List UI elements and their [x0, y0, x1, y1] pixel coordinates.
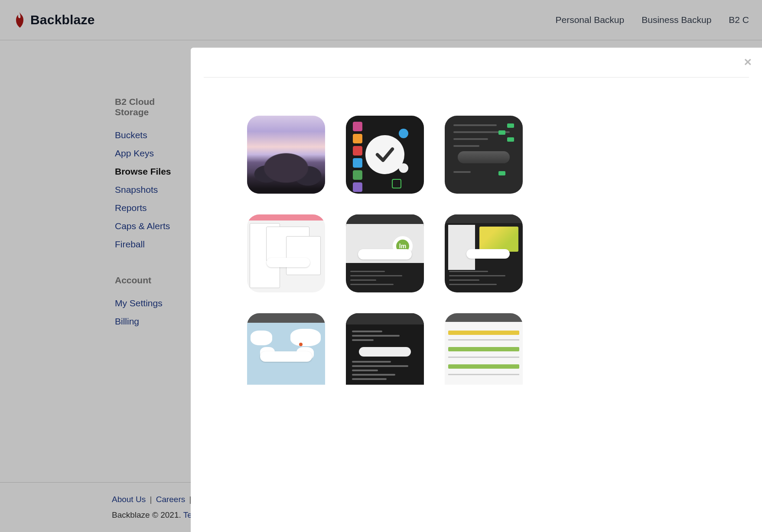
thumb-dark-code[interactable]: [346, 313, 424, 385]
thumb-light-report[interactable]: [445, 313, 523, 385]
close-icon[interactable]: ×: [744, 55, 752, 68]
thumb-photo-panel[interactable]: [445, 214, 523, 292]
thumbnail-grid: lm: [204, 78, 749, 385]
thumb-terminal-lm[interactable]: lm: [346, 214, 424, 292]
thumb-settings-check[interactable]: [346, 116, 424, 194]
thumb-world-map[interactable]: [247, 313, 325, 385]
thumb-dark-form[interactable]: [445, 116, 523, 194]
thumb-mountain-photo[interactable]: [247, 116, 325, 194]
file-preview-modal: ×: [191, 48, 762, 532]
thumb-windows-collage[interactable]: [247, 214, 325, 292]
check-icon: [365, 135, 404, 174]
